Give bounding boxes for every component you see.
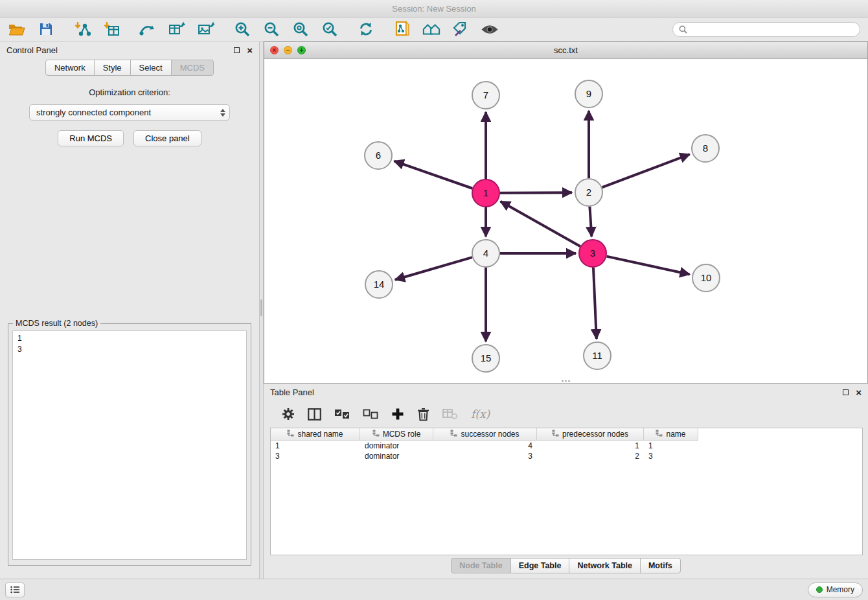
graph-node-6[interactable]: 6 — [365, 142, 392, 169]
mcds-result-item: 1 — [17, 333, 242, 344]
graph-node-7[interactable]: 7 — [472, 82, 499, 109]
table-cell[interactable]: 4 — [433, 441, 537, 451]
criterion-dropdown-value: strongly connected component — [36, 108, 151, 117]
graph-node-11[interactable]: 11 — [584, 342, 611, 369]
graph-node-1[interactable]: 1 — [472, 179, 499, 207]
table-tab-network-table[interactable]: Network Table — [569, 558, 641, 573]
column-header-shared-name[interactable]: shared name — [271, 428, 360, 441]
zoom-selected-icon[interactable] — [321, 20, 339, 38]
column-header-name[interactable]: name — [644, 428, 698, 441]
show-details-eye-icon[interactable] — [481, 20, 499, 38]
window-close-icon[interactable]: × — [270, 46, 279, 54]
window-title: Session: New Session — [392, 4, 475, 14]
graph-node-14[interactable]: 14 — [365, 271, 393, 298]
window-minimize-icon[interactable]: − — [284, 46, 292, 54]
graph-node-9[interactable]: 9 — [575, 80, 602, 108]
table-row[interactable]: 3dominator323 — [271, 451, 862, 461]
toolbar-group-export — [139, 20, 215, 38]
table-cell[interactable]: 3 — [271, 451, 360, 461]
task-history-button[interactable] — [5, 583, 25, 597]
zoom-in-icon[interactable] — [233, 20, 251, 38]
table-tab-node-table[interactable]: Node Table — [451, 558, 510, 573]
select-all-columns-icon[interactable] — [334, 409, 350, 419]
save-session-icon[interactable] — [37, 20, 55, 38]
table-cell[interactable]: dominator — [360, 441, 433, 451]
create-column-plus-icon[interactable] — [391, 408, 404, 421]
window-titlebar: Session: New Session — [0, 0, 868, 17]
table-row[interactable]: 1dominator411 — [271, 441, 862, 451]
table-cell[interactable]: 3 — [644, 451, 698, 461]
control-panel-tab-select[interactable]: Select — [130, 60, 172, 76]
export-table-icon[interactable] — [168, 20, 186, 38]
node-table-body[interactable]: 1dominator4113dominator323 — [271, 441, 862, 555]
graph-edge-1-2[interactable] — [500, 192, 572, 193]
column-header-successor-nodes[interactable]: successor nodes — [433, 428, 537, 441]
graph-edge-3-11[interactable] — [593, 268, 597, 339]
table-panel-close-icon[interactable]: × — [856, 387, 862, 397]
table-cell[interactable]: 1 — [537, 441, 644, 451]
column-header-mcds-role[interactable]: MCDS role — [360, 428, 433, 441]
graph-edge-3-1[interactable] — [501, 202, 580, 246]
search-input[interactable] — [691, 25, 854, 34]
optimization-criterion-label: Optimization criterion: — [8, 87, 251, 97]
control-panel-tab-style[interactable]: Style — [94, 60, 131, 76]
mcds-result-item: 3 — [17, 344, 242, 355]
network-canvas[interactable]: 7968124314101511 — [264, 59, 867, 383]
zoom-fit-icon[interactable] — [291, 20, 310, 38]
graph-edge-4-14[interactable] — [395, 257, 472, 280]
mcds-result-list[interactable]: 13 — [12, 330, 247, 560]
graph-node-3[interactable]: 3 — [579, 240, 606, 267]
criterion-dropdown[interactable]: strongly connected component — [29, 104, 230, 121]
network-arrows-icon[interactable] — [139, 20, 157, 38]
close-panel-button[interactable]: Close panel — [133, 130, 201, 146]
table-cell[interactable]: 1 — [271, 441, 360, 451]
network-window-titlebar[interactable]: scc.txt × − + — [264, 42, 867, 59]
export-image-icon[interactable] — [197, 20, 215, 38]
annotation-icon[interactable] — [451, 20, 470, 38]
graph-edge-1-6[interactable] — [394, 161, 473, 189]
table-settings-gear-icon[interactable] — [282, 408, 295, 421]
graph-edge-3-10[interactable] — [606, 257, 689, 275]
graph-node-8[interactable]: 8 — [692, 135, 719, 162]
first-neighbors-icon[interactable] — [422, 20, 440, 38]
table-cell[interactable]: dominator — [360, 451, 433, 461]
table-cell[interactable]: 2 — [537, 451, 644, 461]
control-panel-close-icon[interactable]: × — [247, 45, 253, 55]
svg-text:15: 15 — [481, 352, 492, 363]
splitter-grip-icon[interactable] — [260, 299, 262, 316]
network-graph[interactable]: 7968124314101511 — [264, 59, 868, 384]
delete-column-trash-icon[interactable] — [417, 408, 429, 421]
import-network-icon[interactable] — [73, 20, 91, 38]
control-panel-tab-mcds[interactable]: MCDS — [171, 60, 214, 76]
graph-edge-2-8[interactable] — [602, 154, 690, 187]
import-table-icon[interactable] — [102, 20, 120, 38]
search-field-container[interactable] — [672, 22, 860, 37]
column-header-predecessor-nodes[interactable]: predecessor nodes — [537, 428, 644, 441]
run-mcds-button[interactable]: Run MCDS — [58, 130, 124, 146]
table-tab-edge-table[interactable]: Edge Table — [510, 558, 570, 573]
show-column-panel-icon[interactable] — [308, 408, 321, 421]
table-cell[interactable]: 3 — [433, 451, 537, 461]
graph-node-4[interactable]: 4 — [472, 240, 499, 267]
toolbar-group-import — [73, 20, 120, 38]
control-panel-float-icon[interactable] — [234, 47, 240, 53]
graph-node-2[interactable]: 2 — [575, 179, 602, 206]
clone-network-icon[interactable] — [393, 20, 411, 38]
control-panel-tabs: NetworkStyleSelectMCDS — [0, 60, 259, 76]
main-toolbar — [0, 17, 868, 41]
memory-button[interactable]: Memory — [808, 583, 863, 597]
graph-node-10[interactable]: 10 — [692, 264, 720, 292]
graph-node-15[interactable]: 15 — [472, 345, 499, 372]
window-zoom-icon[interactable]: + — [297, 46, 306, 54]
table-tab-motifs[interactable]: Motifs — [640, 558, 681, 573]
deselect-all-columns-icon[interactable] — [363, 409, 378, 419]
zoom-out-icon[interactable] — [262, 20, 280, 38]
network-window-resize-grip[interactable] — [561, 380, 571, 382]
refresh-icon[interactable] — [357, 20, 375, 38]
control-panel-tab-network[interactable]: Network — [45, 60, 95, 76]
panel-splitter[interactable] — [259, 41, 264, 579]
table-panel-float-icon[interactable] — [843, 389, 849, 395]
open-file-icon[interactable] — [8, 20, 26, 38]
table-cell[interactable]: 1 — [644, 441, 698, 451]
graph-edge-2-3[interactable] — [589, 207, 591, 237]
